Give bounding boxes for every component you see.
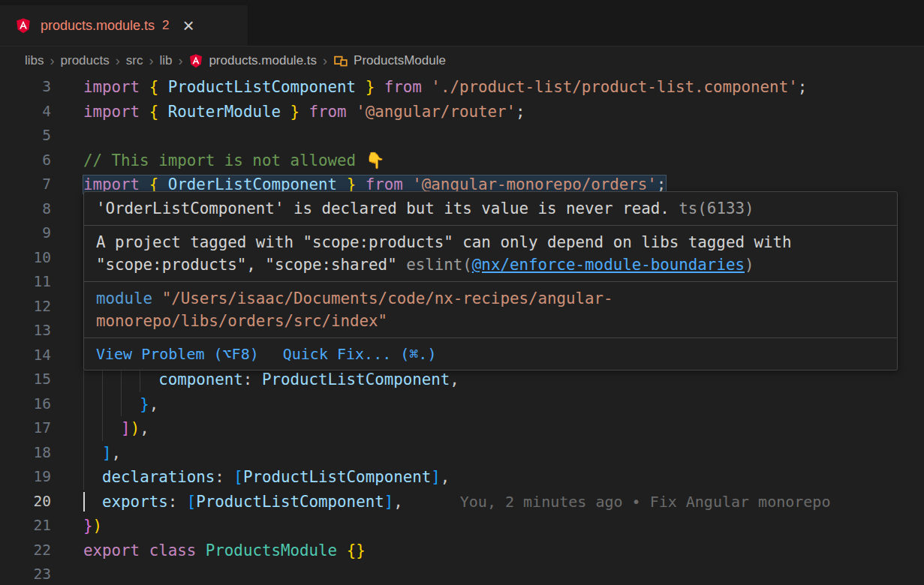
code-text: import { ProductListComponent } from './… [83,78,807,96]
line-number[interactable]: 19 [0,465,51,490]
chevron-right-icon: › [178,53,182,69]
tab-products-module[interactable]: products.module.ts 2 × [0,5,248,46]
code-line-3[interactable]: 3import { ProductListComponent } from '.… [0,75,924,100]
indent-guide [102,416,103,441]
ts-message-text: 'OrderListComponent' is declared but its… [96,200,670,218]
quick-fix-action[interactable]: Quick Fix... (⌘.) [283,344,437,364]
code-line-22[interactable]: 22export class ProductsModule {} [0,538,924,563]
code-text: import { RouterModule } from '@angular/r… [83,103,525,121]
tab-problem-count: 2 [162,18,169,33]
hover-popup: 'OrderListComponent' is declared but its… [83,191,898,370]
tab-title: products.module.ts [41,18,155,34]
line-number[interactable]: 11 [0,270,51,295]
chevron-right-icon: › [116,53,120,69]
line-number[interactable]: 6 [0,148,51,173]
indent-guide [83,416,84,441]
breadcrumb-item-lib[interactable]: lib [159,53,172,68]
line-number[interactable]: 14 [0,344,51,368]
breadcrumb-item-products[interactable]: products [61,53,110,68]
chevron-right-icon: › [323,53,327,69]
chevron-right-icon: › [149,53,153,69]
code-line-19[interactable]: 19 declarations: [ProductListComponent], [0,465,924,490]
code-line-17[interactable]: 17 ]), [0,416,924,441]
code-line-21[interactable]: 21}) [0,514,924,538]
line-number[interactable]: 23 [0,562,51,585]
breadcrumb-symbol-label: ProductsModule [354,53,446,68]
line-number[interactable]: 3 [0,75,51,100]
code-editor[interactable]: 3import { ProductListComponent } from '.… [0,75,924,585]
line-number[interactable]: 13 [0,319,51,344]
breadcrumb: libs › products › src › lib › products.m… [0,46,924,75]
code-text: // This import is not allowed 👇 [83,152,385,170]
line-number[interactable]: 10 [0,246,51,271]
line-number[interactable]: 12 [0,295,51,320]
eslint-rule-link[interactable]: @nx/enforce-module-boundaries [472,256,745,274]
indent-guide [102,392,103,417]
line-number[interactable]: 18 [0,441,51,466]
tab-bar: products.module.ts 2 × [0,0,924,46]
indent-guide [83,465,84,490]
line-number[interactable]: 7 [0,172,51,197]
code-line-23[interactable]: 23 [0,562,924,585]
line-number[interactable]: 5 [0,124,51,148]
indent-guide [83,392,84,417]
code-text: declarations: [ProductListComponent], [83,468,450,486]
indent-guide [121,392,122,417]
hover-ts-message: 'OrderListComponent' is declared but its… [84,192,897,225]
breadcrumb-item-libs[interactable]: libs [25,53,44,68]
hover-status-bar: View Problem (⌥F8) Quick Fix... (⌘.) [84,338,897,370]
class-symbol-icon [333,53,348,68]
hover-eslint-message: A project tagged with "scope:products" c… [84,225,897,281]
breadcrumb-file-label: products.module.ts [209,53,317,68]
indent-guide [102,368,103,392]
code-text: }) [83,517,102,535]
indent-guide [83,368,84,392]
chevron-right-icon: › [50,53,55,69]
code-text: ]), [83,419,149,437]
angular-icon [188,53,203,69]
breadcrumb-item-src[interactable]: src [126,53,143,68]
indent-guide [121,368,122,392]
code-line-20[interactable]: 20 exports: [ProductListComponent],You, … [0,490,924,514]
git-blame-annotation: You, 2 minutes ago • Fix Angular monorep… [460,493,831,511]
line-number[interactable]: 20 [0,490,51,514]
vscode-window: products.module.ts 2 × libs › products ›… [0,0,924,585]
text-cursor [83,492,85,512]
close-icon[interactable]: × [183,16,194,35]
line-number[interactable]: 21 [0,514,51,538]
eslint-source-close: ) [745,256,754,274]
module-keyword: module [96,290,152,308]
angular-icon [15,17,32,34]
code-line-16[interactable]: 16 }, [0,392,924,417]
code-text: export class ProductsModule {} [83,542,366,560]
line-number[interactable]: 4 [0,100,51,124]
line-number[interactable]: 22 [0,538,51,563]
hover-module-info: module "/Users/isaac/Documents/code/nx-r… [84,281,897,338]
view-problem-action[interactable]: View Problem (⌥F8) [96,344,259,364]
indent-guide [140,368,140,392]
code-line-5[interactable]: 5 [0,124,924,148]
line-number[interactable]: 17 [0,416,51,441]
ts-message-code: ts(6133) [679,200,754,218]
breadcrumb-item-symbol[interactable]: ProductsModule [333,53,446,68]
module-path: "/Users/isaac/Documents/code/nx-recipes/… [96,290,613,330]
code-line-18[interactable]: 18 ], [0,441,924,466]
code-line-15[interactable]: 15 component: ProductListComponent, [0,368,924,392]
code-text: ], [83,444,121,462]
line-number[interactable]: 8 [0,197,51,222]
line-number[interactable]: 16 [0,392,51,417]
code-line-4[interactable]: 4import { RouterModule } from '@angular/… [0,100,924,124]
line-number[interactable]: 9 [0,221,51,246]
indent-guide [83,441,84,466]
code-text: exports: [ProductListComponent], [83,493,403,511]
breadcrumb-item-file[interactable]: products.module.ts [188,53,317,69]
eslint-source-open: eslint( [406,256,472,274]
code-line-6[interactable]: 6// This import is not allowed 👇 [0,148,924,173]
line-number[interactable]: 15 [0,368,51,392]
